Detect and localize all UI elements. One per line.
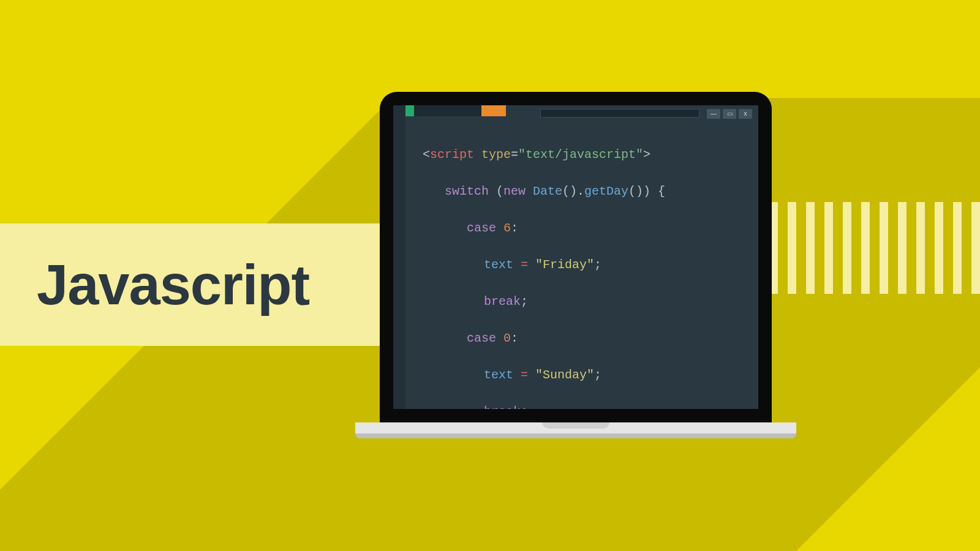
title-strip: Javascript [0, 223, 404, 346]
ticks-right [769, 202, 980, 294]
window-controls: — ▭ x [707, 109, 752, 119]
address-bar[interactable] [540, 109, 699, 118]
screen-bezel: — ▭ x <script type="text/javascript"> sw… [380, 92, 772, 422]
editor-tabs [405, 105, 506, 116]
page-title: Javascript [37, 253, 309, 317]
minimize-button[interactable]: — [707, 109, 720, 119]
maximize-button[interactable]: ▭ [723, 109, 736, 119]
editor-screen: — ▭ x <script type="text/javascript"> sw… [393, 105, 758, 409]
laptop-base [355, 422, 796, 438]
close-button[interactable]: x [739, 109, 752, 119]
editor-gutter [393, 105, 405, 409]
laptop: — ▭ x <script type="text/javascript"> sw… [380, 92, 796, 438]
code-block: <script type="text/javascript"> switch (… [423, 127, 668, 409]
